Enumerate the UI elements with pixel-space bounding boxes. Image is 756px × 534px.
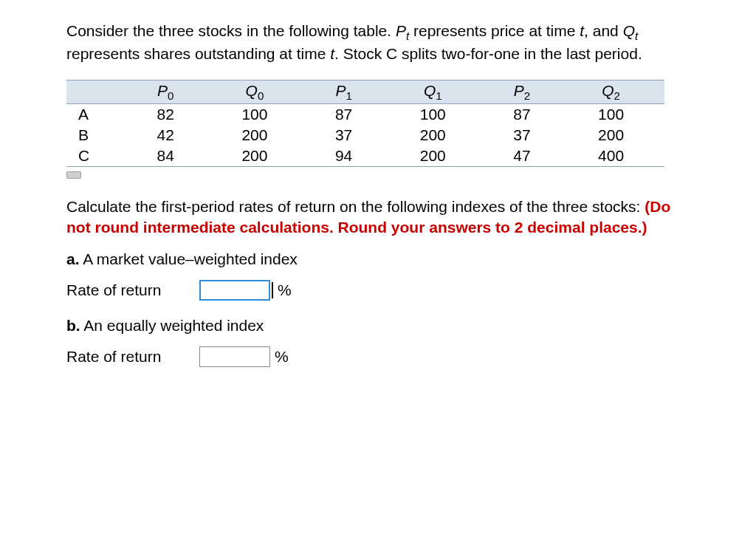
table-horizontal-scrollbar[interactable] — [66, 171, 664, 177]
cell: 400 — [557, 146, 664, 167]
intro-paragraph: Consider the three stocks in the followi… — [66, 21, 690, 64]
intro-seg1: Consider the three stocks in the followi… — [66, 22, 396, 39]
answer-b-unit: % — [275, 348, 289, 366]
table-header-P1: P1 — [308, 81, 379, 104]
intro-Q-var: Q — [623, 22, 635, 39]
cell: 100 — [379, 104, 487, 126]
table-header-P0: P0 — [130, 81, 202, 104]
text-cursor-icon — [272, 282, 273, 298]
question-b-text: An equally weighted index — [80, 317, 264, 334]
answer-a-input[interactable] — [199, 280, 270, 301]
table-row: C 84 200 94 200 47 400 — [66, 146, 664, 167]
answer-b-label: Rate of return — [66, 348, 199, 366]
cell: 37 — [487, 125, 558, 146]
problem-page: Consider the three stocks in the followi… — [0, 0, 756, 534]
cell: 100 — [557, 104, 664, 126]
cell: 200 — [557, 125, 664, 146]
question-a-prefix: a. — [66, 250, 80, 267]
table-header-row: P0 Q0 P1 Q1 P2 Q2 — [66, 81, 664, 104]
row-label-A: A — [66, 104, 130, 126]
cell: 100 — [202, 104, 309, 126]
cell: 47 — [487, 146, 558, 167]
row-label-C: C — [66, 146, 130, 167]
intro-seg2: represents price at time — [409, 22, 580, 39]
cell: 84 — [130, 146, 202, 167]
cell: 200 — [379, 125, 487, 146]
cell: 82 — [130, 104, 202, 126]
question-b-prefix: b. — [66, 317, 80, 334]
stock-data-table: P0 Q0 P1 Q1 P2 Q2 A 82 100 87 100 87 100… — [66, 80, 664, 167]
cell: 200 — [202, 146, 309, 167]
calc-text: Calculate the first-period rates of retu… — [66, 198, 645, 215]
question-a-text: A market value–weighted index — [80, 250, 298, 267]
calculation-instruction: Calculate the first-period rates of retu… — [66, 196, 690, 237]
cell: 37 — [308, 125, 379, 146]
cell: 42 — [130, 125, 202, 146]
intro-Q-sub: t — [635, 30, 638, 42]
cell: 94 — [308, 146, 379, 167]
cell: 87 — [487, 104, 558, 126]
intro-P-var: P — [396, 22, 406, 39]
answer-b-input[interactable] — [199, 346, 270, 367]
table-row: B 42 200 37 200 37 200 — [66, 125, 664, 146]
cell: 87 — [308, 104, 379, 126]
table-header-P2: P2 — [487, 81, 558, 104]
answer-a-unit: % — [278, 281, 292, 299]
answer-row-b: Rate of return % — [66, 346, 690, 367]
table-header-blank — [66, 81, 130, 104]
intro-seg4: represents shares outstanding at time — [66, 45, 330, 62]
table-header-Q1: Q1 — [379, 81, 487, 104]
question-a: a. A market value–weighted index — [66, 250, 690, 268]
answer-a-label: Rate of return — [66, 281, 199, 299]
table-row: A 82 100 87 100 87 100 — [66, 104, 664, 126]
row-label-B: B — [66, 125, 130, 146]
table-header-Q2: Q2 — [557, 81, 664, 104]
intro-seg5: . Stock C splits two-for-one in the last… — [334, 45, 642, 62]
table-header-Q0: Q0 — [202, 81, 309, 104]
scrollbar-thumb[interactable] — [66, 171, 81, 179]
answer-row-a: Rate of return % — [66, 280, 690, 301]
cell: 200 — [379, 146, 487, 167]
intro-seg3: , and — [584, 22, 623, 39]
cell: 200 — [202, 125, 309, 146]
question-b: b. An equally weighted index — [66, 317, 690, 335]
